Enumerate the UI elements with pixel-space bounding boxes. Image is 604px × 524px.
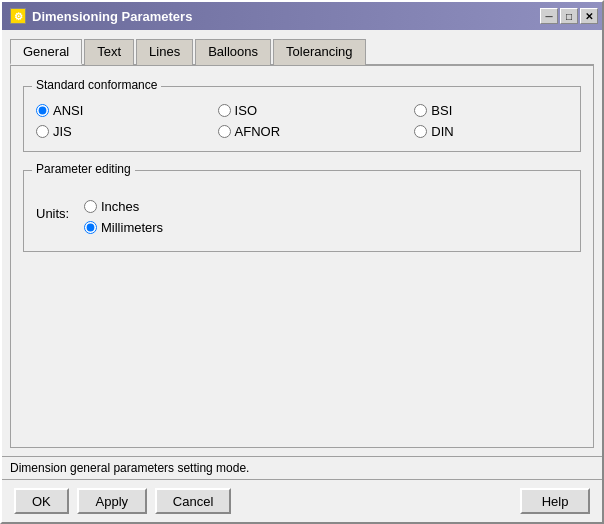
standard-conformance-group: Standard conformance ANSI ISO BSI xyxy=(23,86,581,152)
tab-tolerancing[interactable]: Tolerancing xyxy=(273,39,366,65)
status-bar: Dimension general parameters setting mod… xyxy=(2,456,602,479)
close-button[interactable]: ✕ xyxy=(580,8,598,24)
radio-afnor-label: AFNOR xyxy=(235,124,281,139)
units-row: Units: Inches Millimeters xyxy=(36,191,568,235)
tab-lines[interactable]: Lines xyxy=(136,39,193,65)
radio-inches: Inches xyxy=(84,199,163,214)
radio-iso-input[interactable] xyxy=(218,104,231,117)
status-text: Dimension general parameters setting mod… xyxy=(10,461,249,475)
title-bar-left: ⚙ Dimensioning Parameters xyxy=(10,8,192,24)
units-radios: Inches Millimeters xyxy=(84,199,163,235)
standard-conformance-title: Standard conformance xyxy=(32,78,161,92)
radio-bsi-label: BSI xyxy=(431,103,452,118)
tab-text[interactable]: Text xyxy=(84,39,134,65)
button-bar: OK Apply Cancel Help xyxy=(2,479,602,522)
cancel-button[interactable]: Cancel xyxy=(155,488,231,514)
maximize-button[interactable]: □ xyxy=(560,8,578,24)
radio-jis: JIS xyxy=(36,124,198,139)
radio-millimeters-label: Millimeters xyxy=(101,220,163,235)
radio-inches-input[interactable] xyxy=(84,200,97,213)
title-bar: ⚙ Dimensioning Parameters ─ □ ✕ xyxy=(2,2,602,30)
radio-jis-input[interactable] xyxy=(36,125,49,138)
radio-millimeters-input[interactable] xyxy=(84,221,97,234)
radio-jis-label: JIS xyxy=(53,124,72,139)
content-spacer xyxy=(23,262,581,435)
window-title: Dimensioning Parameters xyxy=(32,9,192,24)
tab-general[interactable]: General xyxy=(10,39,82,65)
radio-din-label: DIN xyxy=(431,124,453,139)
ok-button[interactable]: OK xyxy=(14,488,69,514)
help-button[interactable]: Help xyxy=(520,488,590,514)
radio-bsi-input[interactable] xyxy=(414,104,427,117)
window-icon: ⚙ xyxy=(10,8,26,24)
main-window: ⚙ Dimensioning Parameters ─ □ ✕ General … xyxy=(0,0,604,524)
radio-ansi-label: ANSI xyxy=(53,103,83,118)
radio-inches-label: Inches xyxy=(101,199,139,214)
radio-millimeters: Millimeters xyxy=(84,220,163,235)
radio-ansi: ANSI xyxy=(36,103,198,118)
radio-afnor-input[interactable] xyxy=(218,125,231,138)
title-bar-buttons: ─ □ ✕ xyxy=(540,8,598,24)
parameter-editing-title: Parameter editing xyxy=(32,162,135,176)
window-content: General Text Lines Balloons Tolerancing … xyxy=(2,30,602,456)
standard-conformance-radios: ANSI ISO BSI JIS xyxy=(36,103,568,139)
radio-din-input[interactable] xyxy=(414,125,427,138)
minimize-button[interactable]: ─ xyxy=(540,8,558,24)
tab-content-general: Standard conformance ANSI ISO BSI xyxy=(10,66,594,448)
radio-bsi: BSI xyxy=(414,103,568,118)
radio-ansi-input[interactable] xyxy=(36,104,49,117)
units-label: Units: xyxy=(36,206,76,221)
apply-button[interactable]: Apply xyxy=(77,488,147,514)
tab-bar: General Text Lines Balloons Tolerancing xyxy=(10,38,594,66)
parameter-editing-group: Parameter editing Units: Inches Millimet… xyxy=(23,170,581,252)
radio-iso: ISO xyxy=(218,103,395,118)
radio-afnor: AFNOR xyxy=(218,124,395,139)
button-group-left: OK Apply Cancel xyxy=(14,488,231,514)
tab-balloons[interactable]: Balloons xyxy=(195,39,271,65)
radio-din: DIN xyxy=(414,124,568,139)
radio-iso-label: ISO xyxy=(235,103,257,118)
